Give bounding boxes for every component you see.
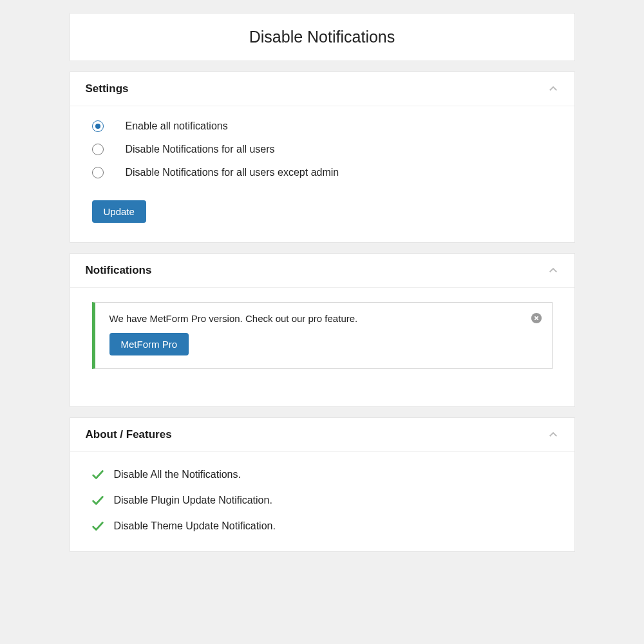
chevron-up-icon (547, 429, 559, 440)
radio-option-disable-except-admin[interactable]: Disable Notifications for all users exce… (92, 167, 553, 178)
notice-box: We have MetForm Pro version. Check out o… (92, 302, 553, 369)
page-title-panel: Disable Notifications (70, 13, 575, 61)
chevron-up-icon (547, 83, 559, 95)
radio-input[interactable] (92, 167, 104, 178)
radio-option-enable-all[interactable]: Enable all notifications (92, 120, 553, 132)
feature-text: Disable Theme Update Notification. (114, 520, 276, 532)
radio-input[interactable] (92, 120, 104, 132)
feature-item: Disable Plugin Update Notification. (91, 493, 554, 507)
radio-input[interactable] (92, 144, 104, 155)
about-panel-body: Disable All the Notifications. Disable P… (70, 452, 574, 551)
notifications-panel-body: We have MetForm Pro version. Check out o… (70, 288, 574, 406)
chevron-up-icon (547, 265, 559, 276)
check-icon (91, 519, 105, 533)
settings-panel-header[interactable]: Settings (70, 72, 574, 106)
feature-item: Disable All the Notifications. (91, 468, 554, 482)
check-icon (91, 493, 105, 507)
about-panel: About / Features Disable All the Notific… (70, 417, 575, 552)
close-icon[interactable] (530, 312, 543, 325)
check-icon (91, 468, 105, 482)
notifications-panel-title: Notifications (86, 264, 152, 277)
radio-label: Disable Notifications for all users exce… (126, 167, 339, 178)
settings-panel: Settings Enable all notifications Disabl… (70, 71, 575, 243)
notice-text: We have MetForm Pro version. Check out o… (109, 313, 538, 324)
radio-option-disable-all[interactable]: Disable Notifications for all users (92, 144, 553, 155)
radio-label: Disable Notifications for all users (126, 144, 275, 155)
settings-panel-title: Settings (86, 82, 129, 95)
notifications-panel-header[interactable]: Notifications (70, 254, 574, 288)
feature-text: Disable Plugin Update Notification. (114, 495, 272, 506)
feature-item: Disable Theme Update Notification. (91, 519, 554, 533)
notifications-panel: Notifications We have MetForm Pro versio… (70, 253, 575, 407)
update-button[interactable]: Update (92, 200, 146, 223)
radio-label: Enable all notifications (126, 120, 228, 132)
metform-pro-button[interactable]: MetForm Pro (109, 333, 189, 355)
feature-text: Disable All the Notifications. (114, 469, 241, 480)
about-panel-title: About / Features (86, 428, 172, 441)
page-title: Disable Notifications (70, 28, 574, 46)
about-panel-header[interactable]: About / Features (70, 418, 574, 452)
settings-panel-body: Enable all notifications Disable Notific… (70, 106, 574, 242)
